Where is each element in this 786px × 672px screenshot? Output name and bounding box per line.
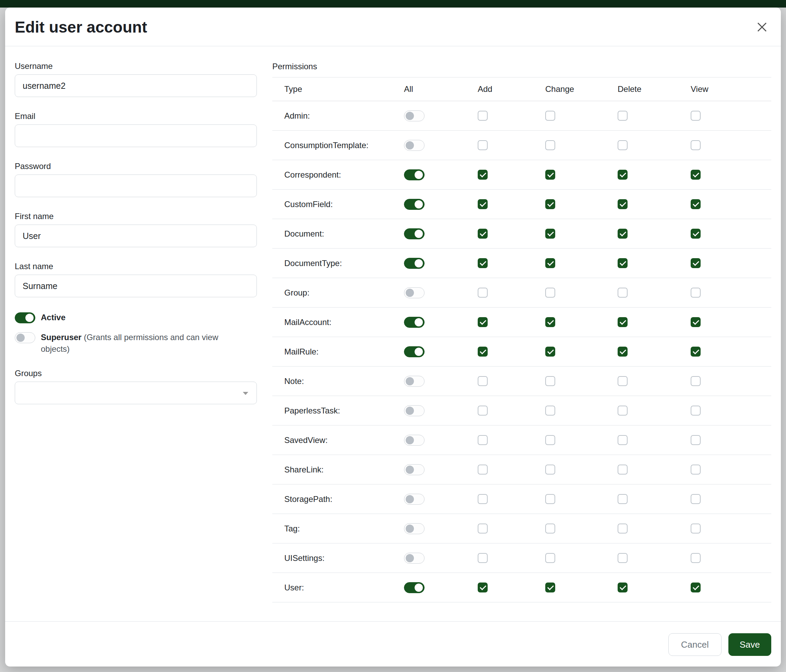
permission-checkbox-delete[interactable] bbox=[618, 406, 627, 416]
permission-checkbox-add[interactable] bbox=[478, 111, 488, 121]
permission-checkbox-add[interactable] bbox=[478, 435, 488, 445]
permission-checkbox-delete[interactable] bbox=[618, 465, 627, 474]
permission-toggle-all[interactable] bbox=[404, 287, 424, 298]
permission-checkbox-change[interactable] bbox=[545, 376, 555, 386]
permission-checkbox-add[interactable] bbox=[478, 465, 488, 474]
permission-toggle-all[interactable] bbox=[404, 435, 424, 446]
permission-checkbox-view[interactable] bbox=[691, 583, 701, 592]
permission-checkbox-add[interactable] bbox=[478, 199, 488, 209]
permission-checkbox-view[interactable] bbox=[691, 111, 701, 121]
password-field[interactable] bbox=[15, 174, 257, 197]
email-field[interactable] bbox=[15, 124, 257, 147]
permission-toggle-all[interactable] bbox=[404, 170, 424, 181]
permission-checkbox-add[interactable] bbox=[478, 170, 488, 180]
permission-checkbox-view[interactable] bbox=[691, 199, 701, 209]
permission-checkbox-change[interactable] bbox=[545, 288, 555, 298]
permission-checkbox-delete[interactable] bbox=[618, 553, 627, 563]
permission-checkbox-view[interactable] bbox=[691, 435, 701, 445]
permission-checkbox-change[interactable] bbox=[545, 406, 555, 416]
permission-checkbox-add[interactable] bbox=[478, 288, 488, 298]
permission-checkbox-view[interactable] bbox=[691, 494, 701, 504]
permission-checkbox-delete[interactable] bbox=[618, 347, 627, 356]
permission-checkbox-change[interactable] bbox=[545, 199, 555, 209]
permission-checkbox-change[interactable] bbox=[545, 583, 555, 592]
username-label: Username bbox=[15, 61, 257, 71]
permission-checkbox-delete[interactable] bbox=[618, 199, 627, 209]
permission-toggle-all[interactable] bbox=[404, 317, 424, 328]
close-icon[interactable] bbox=[753, 18, 771, 36]
save-button[interactable]: Save bbox=[728, 633, 771, 656]
toggle-knob bbox=[415, 259, 423, 267]
permission-checkbox-delete[interactable] bbox=[618, 140, 627, 150]
permission-checkbox-view[interactable] bbox=[691, 465, 701, 474]
permission-toggle-all[interactable] bbox=[404, 494, 424, 505]
permission-toggle-all[interactable] bbox=[404, 376, 424, 387]
permission-toggle-all[interactable] bbox=[404, 523, 424, 534]
permission-checkbox-add[interactable] bbox=[478, 524, 488, 534]
permission-checkbox-change[interactable] bbox=[545, 258, 555, 268]
permission-checkbox-view[interactable] bbox=[691, 288, 701, 298]
permission-checkbox-delete[interactable] bbox=[618, 435, 627, 445]
permission-checkbox-view[interactable] bbox=[691, 140, 701, 150]
permission-checkbox-view[interactable] bbox=[691, 524, 701, 534]
permission-toggle-all[interactable] bbox=[404, 258, 424, 269]
permission-toggle-all[interactable] bbox=[404, 140, 424, 151]
permission-checkbox-change[interactable] bbox=[545, 140, 555, 150]
permission-toggle-all[interactable] bbox=[404, 228, 424, 239]
perm-column-header-view: View bbox=[691, 84, 771, 94]
permission-checkbox-delete[interactable] bbox=[618, 111, 627, 121]
cancel-button[interactable]: Cancel bbox=[668, 633, 722, 656]
permission-checkbox-view[interactable] bbox=[691, 406, 701, 416]
permission-checkbox-delete[interactable] bbox=[618, 524, 627, 534]
permission-checkbox-view[interactable] bbox=[691, 317, 701, 327]
permission-checkbox-add[interactable] bbox=[478, 140, 488, 150]
permission-checkbox-change[interactable] bbox=[545, 229, 555, 239]
permission-checkbox-view[interactable] bbox=[691, 258, 701, 268]
permission-checkbox-delete[interactable] bbox=[618, 583, 627, 592]
permission-checkbox-change[interactable] bbox=[545, 170, 555, 180]
permission-checkbox-change[interactable] bbox=[545, 494, 555, 504]
permission-checkbox-add[interactable] bbox=[478, 406, 488, 416]
permission-checkbox-change[interactable] bbox=[545, 317, 555, 327]
permission-toggle-all[interactable] bbox=[404, 110, 424, 121]
permission-checkbox-add[interactable] bbox=[478, 376, 488, 386]
permission-checkbox-delete[interactable] bbox=[618, 288, 627, 298]
permission-checkbox-change[interactable] bbox=[545, 347, 555, 356]
permission-checkbox-add[interactable] bbox=[478, 229, 488, 239]
permission-checkbox-view[interactable] bbox=[691, 229, 701, 239]
permission-checkbox-view[interactable] bbox=[691, 347, 701, 356]
permission-checkbox-delete[interactable] bbox=[618, 376, 627, 386]
permission-checkbox-change[interactable] bbox=[545, 435, 555, 445]
permission-checkbox-view[interactable] bbox=[691, 376, 701, 386]
permission-checkbox-add[interactable] bbox=[478, 583, 488, 592]
permission-checkbox-add[interactable] bbox=[478, 258, 488, 268]
permission-checkbox-change[interactable] bbox=[545, 111, 555, 121]
last-name-input[interactable] bbox=[15, 275, 257, 297]
permission-toggle-all[interactable] bbox=[404, 405, 424, 416]
permission-checkbox-delete[interactable] bbox=[618, 317, 627, 327]
permission-checkbox-change[interactable] bbox=[545, 465, 555, 474]
groups-select[interactable] bbox=[15, 382, 257, 404]
first-name-input[interactable] bbox=[15, 225, 257, 247]
permission-checkbox-view[interactable] bbox=[691, 170, 701, 180]
permission-checkbox-add[interactable] bbox=[478, 347, 488, 356]
permission-checkbox-delete[interactable] bbox=[618, 170, 627, 180]
active-toggle[interactable] bbox=[15, 312, 35, 323]
username-input[interactable] bbox=[15, 74, 257, 97]
permission-checkbox-delete[interactable] bbox=[618, 258, 627, 268]
permission-toggle-all[interactable] bbox=[404, 199, 424, 210]
permission-toggle-all[interactable] bbox=[404, 464, 424, 475]
permission-checkbox-add[interactable] bbox=[478, 494, 488, 504]
permission-toggle-all[interactable] bbox=[404, 582, 424, 593]
permission-toggle-all[interactable] bbox=[404, 553, 424, 564]
permission-checkbox-delete[interactable] bbox=[618, 229, 627, 239]
permission-checkbox-change[interactable] bbox=[545, 553, 555, 563]
permission-checkbox-add[interactable] bbox=[478, 553, 488, 563]
superuser-toggle[interactable] bbox=[15, 332, 35, 343]
permission-checkbox-delete[interactable] bbox=[618, 494, 627, 504]
permission-checkbox-view[interactable] bbox=[691, 553, 701, 563]
permission-checkbox-change[interactable] bbox=[545, 524, 555, 534]
permission-toggle-all[interactable] bbox=[404, 346, 424, 357]
toggle-knob bbox=[406, 436, 414, 444]
permission-checkbox-add[interactable] bbox=[478, 317, 488, 327]
